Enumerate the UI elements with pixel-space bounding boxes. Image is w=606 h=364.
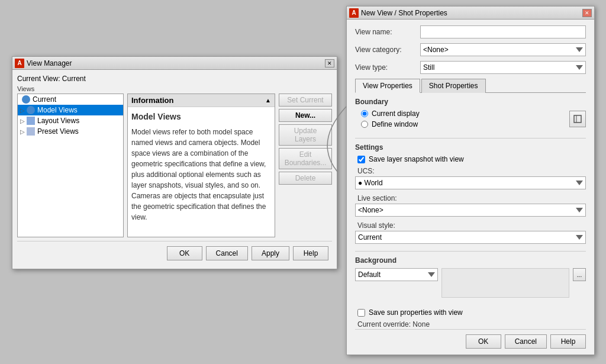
boundary-define-button[interactable] xyxy=(569,111,586,127)
new-view-titlebar[interactable]: A New View / Shot Properties ✕ xyxy=(347,7,594,20)
divider-2 xyxy=(355,251,586,252)
view-name-input[interactable] xyxy=(420,25,586,38)
spacer xyxy=(355,304,586,308)
view-manager-title: View Manager xyxy=(27,59,325,67)
close-button[interactable]: ✕ xyxy=(325,59,334,67)
preset-views-icon xyxy=(27,127,35,136)
ucs-row: UCS: ● World xyxy=(355,167,586,189)
background-title: Background xyxy=(355,256,586,265)
new-view-close-button[interactable]: ✕ xyxy=(582,9,592,17)
boundary-section: Boundary Current display Define window xyxy=(355,98,586,131)
views-label: Views xyxy=(17,85,332,92)
new-button[interactable]: New... xyxy=(279,109,332,122)
current-override-text: Current override: None xyxy=(357,320,586,328)
info-header: Information ▲ xyxy=(128,94,275,107)
save-layer-checkbox[interactable] xyxy=(357,156,365,163)
update-layers-button[interactable]: Update Layers xyxy=(279,124,332,146)
view-category-select[interactable]: <None> xyxy=(420,43,586,56)
tree-label-preset-views: Preset Views xyxy=(37,127,79,136)
model-views-icon xyxy=(27,106,35,114)
view-category-row: View category: <None> xyxy=(355,43,586,56)
current-view-icon xyxy=(22,95,30,104)
current-view-label: Current View: xyxy=(17,75,60,83)
define-window-radio[interactable] xyxy=(361,121,368,128)
view-name-row: View name: xyxy=(355,25,586,38)
live-section-row: Live section: <None> xyxy=(355,194,586,217)
save-layer-snapshot-row: Save layer snapshot with view xyxy=(357,155,586,163)
ucs-label: UCS: xyxy=(357,167,586,175)
current-display-radio[interactable] xyxy=(361,110,368,117)
background-preview xyxy=(441,268,569,298)
tab-shot-properties[interactable]: Shot Properties xyxy=(421,79,486,93)
save-sun-checkbox[interactable] xyxy=(357,309,365,317)
nv-help-button[interactable]: Help xyxy=(550,334,586,349)
view-manager-icon: A xyxy=(15,59,24,68)
tree-label-layout-views: Layout Views xyxy=(37,117,79,125)
info-collapse-icon[interactable]: ▲ xyxy=(265,97,271,104)
expand-icon-mv: ▷ xyxy=(20,107,25,114)
current-view-info: Current View: Current xyxy=(17,75,332,83)
new-view-icon: A xyxy=(349,8,359,18)
view-manager-titlebar[interactable]: A View Manager ✕ xyxy=(12,57,337,70)
vm-cancel-button[interactable]: Cancel xyxy=(206,246,248,260)
tab-bar: View Properties Shot Properties xyxy=(355,79,586,93)
delete-button[interactable]: Delete xyxy=(279,172,332,185)
info-title: Model Views xyxy=(131,111,271,123)
define-window-label[interactable]: Define window xyxy=(372,120,418,128)
save-sun-label[interactable]: Save sun properties with view xyxy=(369,308,463,317)
new-view-window: A New View / Shot Properties ✕ View name… xyxy=(346,6,595,355)
svg-rect-0 xyxy=(574,115,581,123)
background-select[interactable]: Default xyxy=(355,268,438,281)
nv-cancel-button[interactable]: Cancel xyxy=(505,334,547,349)
background-dots-button[interactable]: ... xyxy=(573,268,586,281)
ucs-select[interactable]: ● World xyxy=(355,176,586,189)
tab-view-properties[interactable]: View Properties xyxy=(355,79,420,93)
current-display-label[interactable]: Current display xyxy=(372,109,420,118)
new-view-title: New View / Shot Properties xyxy=(361,9,582,17)
expand-icon-pv: ▷ xyxy=(20,128,25,135)
define-window-row: Define window xyxy=(361,120,563,128)
divider-1 xyxy=(355,138,586,138)
view-manager-buttons: Set Current New... Update Layers Edit Bo… xyxy=(279,94,332,237)
vm-ok-button[interactable]: OK xyxy=(167,246,202,260)
view-type-select[interactable]: Still xyxy=(420,61,586,74)
tree-item-layout-views[interactable]: ▷ Layout Views xyxy=(18,115,123,126)
edit-boundaries-button[interactable]: Edit Boundaries... xyxy=(279,148,332,169)
visual-style-select[interactable]: Current xyxy=(355,231,586,244)
background-inner: Default ... xyxy=(355,268,586,298)
boundary-icon xyxy=(573,114,582,124)
views-tree: Current ▷ Model Views ▷ Layout Views ▷ P… xyxy=(17,94,124,237)
save-layer-label[interactable]: Save layer snapshot with view xyxy=(369,155,464,163)
view-name-label: View name: xyxy=(355,28,420,36)
tree-label-model-views: Model Views xyxy=(37,106,78,114)
view-manager-window: A View Manager ✕ Current View: Current V… xyxy=(12,56,337,269)
background-section: Background Default ... xyxy=(355,256,586,298)
tree-item-preset-views[interactable]: ▷ Preset Views xyxy=(18,126,123,137)
info-panel: Information ▲ Model Views Model views re… xyxy=(127,94,275,237)
info-body: Model Views Model views refer to both mo… xyxy=(128,107,275,226)
settings-section: Settings Save layer snapshot with view U… xyxy=(355,143,586,244)
view-type-label: View type: xyxy=(355,63,420,72)
vm-help-button[interactable]: Help xyxy=(293,246,328,260)
live-section-select[interactable]: <None> xyxy=(355,204,586,217)
live-section-label: Live section: xyxy=(357,194,586,202)
tree-label-current: Current xyxy=(33,95,56,104)
current-view-value: Current xyxy=(62,75,86,83)
tree-item-model-views[interactable]: ▷ Model Views xyxy=(18,105,123,115)
visual-style-row: Visual style: Current xyxy=(355,221,586,244)
info-text: Model views refer to both model space na… xyxy=(131,127,271,223)
new-view-controls: ✕ xyxy=(582,9,592,17)
set-current-button[interactable]: Set Current xyxy=(279,94,332,107)
view-manager-controls: ✕ xyxy=(325,59,334,67)
boundary-radios: Current display Define window xyxy=(355,109,563,131)
new-view-footer: OK Cancel Help xyxy=(355,329,586,349)
nv-ok-button[interactable]: OK xyxy=(466,334,501,349)
tree-item-current[interactable]: Current xyxy=(18,94,123,105)
view-manager-footer: OK Cancel Apply Help xyxy=(17,241,332,264)
visual-style-label: Visual style: xyxy=(357,221,586,230)
view-properties-tab-content: Boundary Current display Define window xyxy=(355,98,586,329)
vm-apply-button[interactable]: Apply xyxy=(252,246,289,260)
expand-icon-lv: ▷ xyxy=(20,118,25,124)
view-category-label: View category: xyxy=(355,46,420,54)
boundary-title: Boundary xyxy=(355,98,586,106)
